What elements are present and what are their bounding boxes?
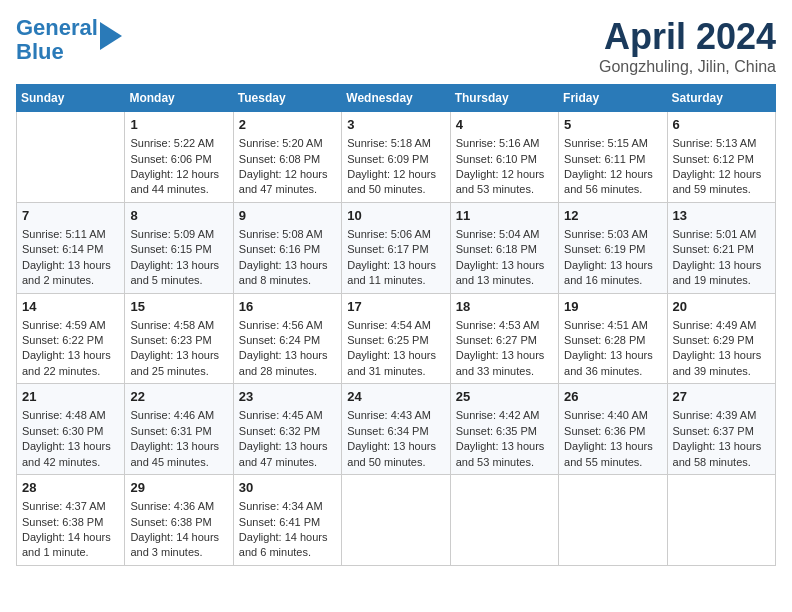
day-info-line: Sunset: 6:18 PM [456, 242, 553, 257]
day-number: 10 [347, 207, 444, 225]
day-info-line: Sunset: 6:28 PM [564, 333, 661, 348]
day-info-line: Sunrise: 5:22 AM [130, 136, 227, 151]
day-info-line: Daylight: 13 hours [239, 258, 336, 273]
calendar-cell: 30Sunrise: 4:34 AMSunset: 6:41 PMDayligh… [233, 475, 341, 566]
location-subtitle: Gongzhuling, Jilin, China [599, 58, 776, 76]
day-info-line: Sunrise: 5:20 AM [239, 136, 336, 151]
day-info-line: Daylight: 13 hours [22, 439, 119, 454]
calendar-cell: 8Sunrise: 5:09 AMSunset: 6:15 PMDaylight… [125, 202, 233, 293]
calendar-cell: 12Sunrise: 5:03 AMSunset: 6:19 PMDayligh… [559, 202, 667, 293]
day-info-line: Daylight: 13 hours [456, 348, 553, 363]
day-info-line: Sunrise: 5:11 AM [22, 227, 119, 242]
day-number: 6 [673, 116, 770, 134]
day-info-line: Daylight: 12 hours [673, 167, 770, 182]
day-info-line: Daylight: 12 hours [239, 167, 336, 182]
svg-marker-0 [100, 22, 122, 50]
day-number: 2 [239, 116, 336, 134]
day-info-line: and 11 minutes. [347, 273, 444, 288]
day-info-line: Sunrise: 5:06 AM [347, 227, 444, 242]
calendar-cell: 13Sunrise: 5:01 AMSunset: 6:21 PMDayligh… [667, 202, 775, 293]
weekday-header: Friday [559, 85, 667, 112]
calendar-cell: 14Sunrise: 4:59 AMSunset: 6:22 PMDayligh… [17, 293, 125, 384]
calendar-cell [450, 475, 558, 566]
day-info-line: Daylight: 13 hours [564, 348, 661, 363]
calendar-week-row: 28Sunrise: 4:37 AMSunset: 6:38 PMDayligh… [17, 475, 776, 566]
day-number: 21 [22, 388, 119, 406]
calendar-cell: 17Sunrise: 4:54 AMSunset: 6:25 PMDayligh… [342, 293, 450, 384]
day-info-line: and 56 minutes. [564, 182, 661, 197]
day-number: 4 [456, 116, 553, 134]
day-info-line: Sunrise: 4:51 AM [564, 318, 661, 333]
day-info-line: Sunset: 6:25 PM [347, 333, 444, 348]
day-info-line: Sunset: 6:22 PM [22, 333, 119, 348]
day-number: 9 [239, 207, 336, 225]
calendar-cell [667, 475, 775, 566]
day-number: 14 [22, 298, 119, 316]
page-header: GeneralBlue April 2024 Gongzhuling, Jili… [16, 16, 776, 76]
day-info-line: Sunset: 6:11 PM [564, 152, 661, 167]
day-info-line: and 36 minutes. [564, 364, 661, 379]
calendar-cell: 18Sunrise: 4:53 AMSunset: 6:27 PMDayligh… [450, 293, 558, 384]
day-info-line: Sunset: 6:23 PM [130, 333, 227, 348]
day-info-line: Sunrise: 4:49 AM [673, 318, 770, 333]
day-info-line: Sunrise: 4:53 AM [456, 318, 553, 333]
day-info-line: Sunrise: 4:39 AM [673, 408, 770, 423]
day-number: 15 [130, 298, 227, 316]
day-info-line: Sunrise: 5:18 AM [347, 136, 444, 151]
day-info-line: Sunrise: 4:43 AM [347, 408, 444, 423]
logo-text: GeneralBlue [16, 16, 98, 64]
day-number: 18 [456, 298, 553, 316]
day-info-line: and 16 minutes. [564, 273, 661, 288]
weekday-header: Sunday [17, 85, 125, 112]
day-info-line: Sunset: 6:41 PM [239, 515, 336, 530]
day-info-line: Sunset: 6:12 PM [673, 152, 770, 167]
day-info-line: Daylight: 13 hours [673, 348, 770, 363]
day-number: 23 [239, 388, 336, 406]
calendar-body: 1Sunrise: 5:22 AMSunset: 6:06 PMDaylight… [17, 112, 776, 566]
day-info-line: Sunset: 6:38 PM [130, 515, 227, 530]
day-info-line: and 8 minutes. [239, 273, 336, 288]
day-info-line: and 53 minutes. [456, 182, 553, 197]
day-info-line: Daylight: 12 hours [564, 167, 661, 182]
day-info-line: Sunrise: 4:46 AM [130, 408, 227, 423]
day-number: 17 [347, 298, 444, 316]
day-number: 29 [130, 479, 227, 497]
day-info-line: Daylight: 13 hours [130, 258, 227, 273]
calendar-cell: 24Sunrise: 4:43 AMSunset: 6:34 PMDayligh… [342, 384, 450, 475]
logo-icon [100, 22, 122, 50]
day-number: 16 [239, 298, 336, 316]
day-info-line: Daylight: 13 hours [347, 348, 444, 363]
calendar-cell: 4Sunrise: 5:16 AMSunset: 6:10 PMDaylight… [450, 112, 558, 203]
calendar-cell [17, 112, 125, 203]
calendar-cell: 25Sunrise: 4:42 AMSunset: 6:35 PMDayligh… [450, 384, 558, 475]
day-info-line: Sunrise: 5:08 AM [239, 227, 336, 242]
day-number: 22 [130, 388, 227, 406]
day-info-line: and 33 minutes. [456, 364, 553, 379]
calendar-cell: 7Sunrise: 5:11 AMSunset: 6:14 PMDaylight… [17, 202, 125, 293]
day-info-line: Daylight: 13 hours [564, 439, 661, 454]
day-info-line: Sunrise: 5:16 AM [456, 136, 553, 151]
calendar-week-row: 21Sunrise: 4:48 AMSunset: 6:30 PMDayligh… [17, 384, 776, 475]
day-info-line: and 25 minutes. [130, 364, 227, 379]
day-number: 1 [130, 116, 227, 134]
day-info-line: Sunset: 6:31 PM [130, 424, 227, 439]
day-number: 19 [564, 298, 661, 316]
day-info-line: Sunrise: 4:34 AM [239, 499, 336, 514]
day-info-line: and 59 minutes. [673, 182, 770, 197]
day-info-line: Daylight: 13 hours [456, 258, 553, 273]
day-number: 8 [130, 207, 227, 225]
calendar-cell: 26Sunrise: 4:40 AMSunset: 6:36 PMDayligh… [559, 384, 667, 475]
day-info-line: Sunset: 6:15 PM [130, 242, 227, 257]
calendar-cell: 3Sunrise: 5:18 AMSunset: 6:09 PMDaylight… [342, 112, 450, 203]
day-info-line: Sunrise: 5:03 AM [564, 227, 661, 242]
day-number: 30 [239, 479, 336, 497]
day-info-line: and 39 minutes. [673, 364, 770, 379]
day-info-line: Sunset: 6:32 PM [239, 424, 336, 439]
day-info-line: and 1 minute. [22, 545, 119, 560]
day-info-line: Sunset: 6:27 PM [456, 333, 553, 348]
day-number: 11 [456, 207, 553, 225]
day-info-line: and 50 minutes. [347, 182, 444, 197]
calendar-cell: 15Sunrise: 4:58 AMSunset: 6:23 PMDayligh… [125, 293, 233, 384]
calendar-cell: 9Sunrise: 5:08 AMSunset: 6:16 PMDaylight… [233, 202, 341, 293]
day-number: 25 [456, 388, 553, 406]
